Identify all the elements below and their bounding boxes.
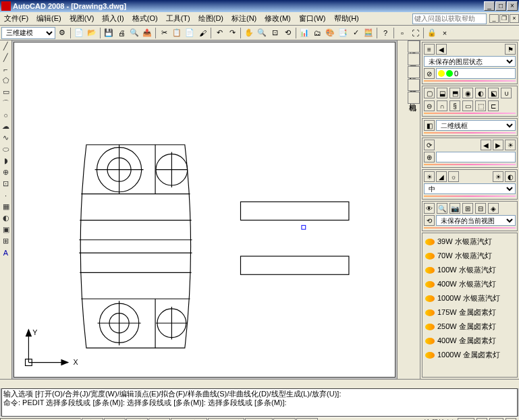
helix-icon[interactable]: § [449, 100, 460, 111]
intersect-icon[interactable]: ∩ [437, 100, 447, 111]
table-icon[interactable]: ⊞ [0, 235, 11, 247]
point-icon[interactable]: · [0, 189, 11, 201]
swiso-view-icon[interactable]: ◈ [488, 203, 499, 214]
ssm-icon[interactable]: 📑 [337, 27, 349, 39]
visual-style-combo[interactable]: 二维线框 [436, 120, 516, 131]
spline-icon[interactable]: ∿ [0, 132, 11, 144]
paste-icon[interactable]: 📄 [184, 27, 196, 39]
new-view-icon[interactable]: 🔍 [437, 203, 447, 214]
light-item[interactable]: 100W 水银蒸汽灯 [424, 263, 516, 277]
camera-icon[interactable]: 📷 [449, 203, 460, 214]
ellipsearc-icon[interactable]: ◗ [0, 155, 11, 167]
light-item[interactable]: 39W 水银蒸汽灯 [424, 235, 516, 249]
sun-icon[interactable]: ☀ [493, 171, 503, 182]
menu-tools[interactable]: 工具(T) [162, 12, 194, 25]
light-item[interactable]: 70W 水银蒸汽灯 [424, 249, 516, 263]
insert-icon[interactable]: ⊕ [0, 167, 11, 178]
pan-icon[interactable]: ✋ [243, 27, 255, 39]
nav-walk-icon[interactable]: ☀ [505, 140, 516, 150]
sweep-icon[interactable]: ◉ [462, 88, 473, 98]
vtab-4[interactable]: 相机 [408, 92, 420, 104]
revolve-icon[interactable]: ◐ [475, 88, 486, 98]
region-icon[interactable]: ▣ [0, 224, 11, 235]
section-icon[interactable]: ⊏ [488, 100, 499, 111]
command-window[interactable]: 输入选项 [打开(O)/合并(J)/宽度(W)/编辑顶点(E)/拟合(F)/样条… [1, 388, 518, 417]
hatch-icon[interactable]: ▦ [0, 201, 11, 212]
menu-window[interactable]: 窗口(W) [295, 12, 330, 25]
otrack-toggle[interactable]: 对象追踪 [208, 418, 244, 421]
nav-prev-icon[interactable]: ◀ [481, 140, 491, 150]
vertical-scrollbar[interactable] [397, 40, 408, 379]
zoom-win-icon[interactable]: ⊡ [269, 27, 281, 39]
light-item[interactable]: 1000W 水银蒸汽灯 [424, 291, 516, 305]
free-orbit-icon[interactable]: ⊕ [424, 152, 435, 162]
annoscale-menu-icon[interactable]: ▾ [476, 418, 487, 421]
menu-help[interactable]: 帮助(H) [330, 12, 363, 25]
drawing-canvas[interactable]: Y X [13, 42, 395, 378]
circle-icon[interactable]: ○ [0, 109, 11, 121]
polygon-icon[interactable]: ⬠ [0, 75, 11, 86]
cleanscreen-icon[interactable]: ⛶ [409, 27, 421, 39]
snap-toggle[interactable]: 捕捉 [82, 418, 103, 421]
presspull-icon[interactable]: ⬒ [449, 88, 460, 98]
open-icon[interactable]: 📂 [86, 27, 98, 39]
menu-dimension[interactable]: 标注(N) [227, 12, 261, 25]
loft-icon[interactable]: ⬕ [488, 88, 499, 98]
lwt-toggle[interactable]: 线宽 [296, 418, 318, 421]
close-button[interactable]: × [507, 1, 518, 11]
light-item[interactable]: 1000W 金属卤素灯 [424, 348, 516, 362]
light-unit-combo[interactable]: 中 [424, 183, 516, 194]
vtab-0[interactable]: 常规 [408, 40, 420, 53]
ellipse-icon[interactable]: ⬭ [0, 144, 11, 155]
maximize-button[interactable]: □ [495, 1, 506, 11]
revcloud-icon[interactable]: ☁ [0, 121, 11, 132]
vtab-1[interactable]: 高压 [408, 53, 420, 65]
annotation-visibility-icon[interactable]: 👁 [489, 418, 503, 421]
light-item[interactable]: 175W 金属卤素灯 [424, 305, 516, 320]
help-search-input[interactable] [412, 13, 487, 24]
gradient-icon[interactable]: ◐ [0, 212, 11, 224]
pline-icon[interactable]: ⌐ [0, 63, 11, 75]
light-item[interactable]: 250W 金属卤素灯 [424, 320, 516, 334]
publish-icon[interactable]: 📤 [141, 27, 153, 39]
nav-next-icon[interactable]: ▶ [493, 140, 503, 150]
horizontal-scrollbar[interactable] [0, 379, 519, 388]
menu-insert[interactable]: 插入(I) [98, 12, 128, 25]
match-icon[interactable]: 🖌 [196, 27, 209, 39]
ducs-toggle[interactable]: DUCS [245, 418, 273, 421]
save-icon[interactable]: 💾 [103, 27, 115, 39]
coords-readout[interactable]: 1235.11, 360.51, 0.00 [0, 418, 81, 421]
osnap-toggle[interactable]: 对象捕捉 [171, 418, 207, 421]
xline-icon[interactable]: ╱ [0, 52, 11, 63]
vtab-2[interactable]: 标识灯 [408, 66, 420, 78]
line-icon[interactable]: ╱ [0, 40, 11, 52]
plot-icon[interactable]: 🖨 [115, 27, 128, 39]
cut-icon[interactable]: ✂ [158, 27, 170, 39]
view-prev-icon[interactable]: ⟲ [424, 215, 435, 226]
vtab-3[interactable]: 低压钠 [408, 79, 420, 91]
sky-icon[interactable]: ◐ [505, 171, 516, 182]
menu-file[interactable]: 文件(F) [0, 12, 32, 25]
point-light-icon[interactable]: ☀ [424, 171, 435, 182]
toolbar-close-icon[interactable]: × [439, 27, 451, 39]
minimize-button[interactable]: _ [484, 1, 495, 11]
dyn-toggle[interactable]: DYN [273, 418, 296, 421]
menu-modify[interactable]: 修改(M) [261, 12, 295, 25]
new-icon[interactable]: 📄 [73, 27, 85, 39]
doc-close-button[interactable]: × [510, 14, 519, 23]
planar-icon[interactable]: ⬚ [475, 100, 486, 111]
arc-icon[interactable]: ⌒ [0, 98, 11, 109]
workspace-settings-icon[interactable]: ⚙ [56, 27, 68, 39]
light-item[interactable]: 400W 水银蒸汽灯 [424, 277, 516, 291]
menu-format[interactable]: 格式(O) [128, 12, 162, 25]
distant-light-icon[interactable]: ☼ [448, 171, 459, 182]
constrained-orbit-icon[interactable]: ⟳ [424, 140, 435, 150]
layer-filter-icon[interactable]: ⊘ [424, 68, 435, 79]
markup-icon[interactable]: ✓ [350, 27, 362, 39]
zoom-prev-icon[interactable]: ⟲ [281, 27, 294, 39]
perspective-combo[interactable] [436, 152, 516, 162]
box-icon[interactable]: ▢ [424, 88, 435, 98]
zoom-rt-icon[interactable]: 🔍 [256, 27, 268, 39]
dcenter-icon[interactable]: 🗂 [311, 27, 323, 39]
polysolid-icon[interactable]: ▭ [462, 100, 473, 111]
